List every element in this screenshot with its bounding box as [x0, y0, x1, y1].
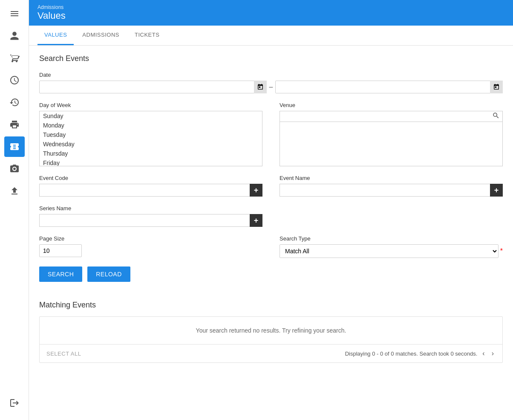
sidebar [0, 0, 29, 420]
venue-group: Venue [280, 102, 503, 166]
series-name-row: Series Name + [39, 205, 503, 227]
venue-listbox[interactable] [280, 111, 503, 166]
series-name-input[interactable] [39, 214, 262, 227]
date-start-input[interactable] [39, 81, 267, 93]
venue-search-input[interactable] [282, 113, 490, 120]
clock-icon[interactable] [4, 70, 25, 90]
tab-tickets[interactable]: TICKETS [128, 26, 166, 45]
event-code-input[interactable] [39, 184, 262, 197]
person-icon[interactable] [4, 26, 25, 46]
day-of-week-label: Day of Week [39, 102, 262, 108]
date-label: Date [39, 72, 503, 78]
day-venue-row: Day of Week Sunday Monday Tuesday Wednes… [39, 102, 503, 166]
tabs-bar: VALUES ADMISSIONS TICKETS [29, 26, 513, 46]
cart-icon[interactable] [4, 48, 25, 68]
action-buttons: SEARCH RELOAD [39, 266, 503, 282]
venue-search-icon [492, 112, 500, 121]
upload-icon[interactable] [4, 181, 25, 201]
logout-icon[interactable] [4, 393, 25, 413]
date-end-calendar-button[interactable] [490, 81, 503, 93]
next-page-button[interactable]: › [490, 349, 496, 358]
event-name-wrap: + [280, 184, 503, 197]
date-end-input[interactable] [275, 81, 503, 93]
ticket-icon[interactable] [4, 136, 25, 157]
date-start-calendar-button[interactable] [254, 81, 267, 93]
header: Admissions Values [29, 0, 513, 26]
content-area: VALUES ADMISSIONS TICKETS Search Events … [29, 26, 513, 420]
event-name-input[interactable] [280, 184, 503, 197]
event-code-group: Event Code + [39, 175, 262, 197]
event-name-group: Event Name + [280, 175, 503, 197]
tab-values[interactable]: VALUES [37, 26, 74, 45]
page-size-input[interactable] [39, 244, 82, 257]
search-events-title: Search Events [39, 54, 503, 63]
history-icon[interactable] [4, 92, 25, 113]
listbox-item-monday[interactable]: Monday [40, 121, 262, 130]
series-name-add-button[interactable]: + [250, 214, 262, 227]
series-name-wrap: + [39, 214, 262, 227]
page-size-label: Page Size [39, 235, 262, 242]
header-title: Values [37, 10, 504, 21]
print-icon[interactable] [4, 114, 25, 135]
results-footer: SELECT ALL Displaying 0 - 0 of 0 matches… [40, 345, 502, 362]
matching-events-title: Matching Events [39, 301, 503, 310]
series-name-group: Series Name + [39, 205, 262, 227]
form-area: Search Events Date – [29, 46, 513, 301]
results-box: Your search returned no results. Try ref… [39, 316, 503, 363]
search-type-group: Search Type Match All Match Any * [280, 235, 503, 258]
search-button[interactable]: SEARCH [39, 266, 82, 282]
event-code-wrap: + [39, 184, 262, 197]
date-separator: – [269, 83, 273, 91]
date-end-wrap [275, 81, 503, 93]
venue-search-bar [280, 111, 502, 122]
date-range-row: – [39, 81, 503, 93]
venue-label: Venue [280, 102, 503, 108]
prev-page-button[interactable]: ‹ [481, 349, 486, 358]
header-subtitle: Admissions [37, 4, 504, 10]
listbox-item-friday[interactable]: Friday [40, 158, 262, 166]
results-info: Displaying 0 - 0 of 0 matches. Search to… [345, 349, 496, 358]
search-type-label: Search Type [280, 235, 503, 242]
event-code-name-row: Event Code + Event Name + [39, 175, 503, 197]
no-results-message: Your search returned no results. Try ref… [40, 317, 502, 345]
day-of-week-group: Day of Week Sunday Monday Tuesday Wednes… [39, 102, 262, 166]
search-type-select[interactable]: Match All Match Any [280, 244, 499, 258]
listbox-item-tuesday[interactable]: Tuesday [40, 130, 262, 139]
results-info-text: Displaying 0 - 0 of 0 matches. Search to… [345, 350, 478, 357]
listbox-item-wednesday[interactable]: Wednesday [40, 139, 262, 149]
camera-icon[interactable] [4, 159, 25, 179]
reload-button[interactable]: RELOAD [87, 266, 130, 282]
event-code-label: Event Code [39, 175, 262, 181]
series-name-label: Series Name [39, 205, 262, 211]
search-type-required-star: * [500, 247, 503, 255]
listbox-item-thursday[interactable]: Thursday [40, 149, 262, 158]
event-name-add-button[interactable]: + [490, 184, 503, 197]
select-all-link[interactable]: SELECT ALL [46, 350, 81, 357]
tab-admissions[interactable]: ADMISSIONS [75, 26, 126, 45]
page-size-group: Page Size [39, 235, 262, 257]
day-of-week-listbox[interactable]: Sunday Monday Tuesday Wednesday Thursday… [39, 111, 262, 166]
page-size-search-type-row: Page Size Search Type Match All Match An… [39, 235, 503, 258]
event-name-label: Event Name [280, 175, 503, 181]
venue-list [280, 122, 502, 166]
matching-events-section: Matching Events Your search returned no … [29, 301, 513, 373]
event-code-add-button[interactable]: + [250, 184, 262, 197]
listbox-item-sunday[interactable]: Sunday [40, 111, 262, 121]
date-start-wrap [39, 81, 267, 93]
menu-icon[interactable] [4, 3, 25, 24]
main-content: Admissions Values VALUES ADMISSIONS TICK… [29, 0, 513, 420]
